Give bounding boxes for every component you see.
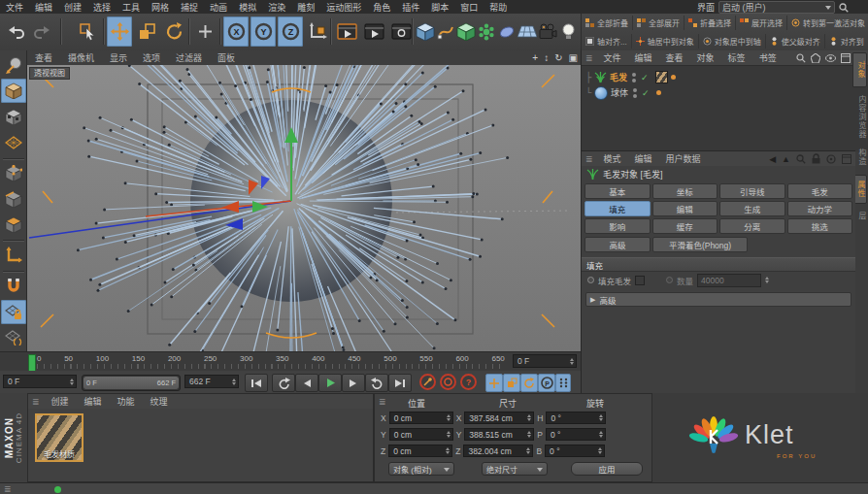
add-environment-button[interactable] xyxy=(517,16,537,47)
menu-mograph[interactable]: 运动图形 xyxy=(320,1,367,14)
menu-sculpt[interactable]: 雕刻 xyxy=(291,1,320,14)
menu-simulate[interactable]: 模拟 xyxy=(233,1,262,14)
key-pla-button[interactable] xyxy=(555,374,571,392)
edges-mode-button[interactable] xyxy=(1,186,26,212)
am-menu-userdata[interactable]: 用户数据 xyxy=(659,152,708,165)
pos-x-field[interactable]: 0 cm xyxy=(389,412,453,424)
texture-mode-button[interactable] xyxy=(1,104,26,129)
current-frame-field[interactable]: 0 F xyxy=(3,375,77,388)
menu-character[interactable]: 角色 xyxy=(367,1,396,14)
menu-animate[interactable]: 动画 xyxy=(204,1,233,14)
rotate-view-icon[interactable]: ↻ xyxy=(554,52,562,63)
make-editable-button[interactable] xyxy=(1,52,26,78)
filter-icon[interactable] xyxy=(811,53,820,63)
object-row-hair[interactable]: ├ 毛发 ✓ xyxy=(585,70,676,84)
apply-button[interactable]: 应用 xyxy=(571,462,643,476)
lock-y-axis-button[interactable]: Y xyxy=(250,16,276,47)
fill-section-header[interactable]: 填充 xyxy=(582,257,855,272)
workplane-mode-button[interactable] xyxy=(1,130,26,155)
rot-p-field[interactable]: 0 ° xyxy=(546,428,606,441)
menu-window[interactable]: 窗口 xyxy=(454,1,484,14)
lock-x-axis-button[interactable]: X xyxy=(223,16,249,47)
fill-hairs-checkbox[interactable] xyxy=(635,276,645,285)
key-position-button[interactable] xyxy=(485,374,503,392)
autokey-button[interactable] xyxy=(440,374,456,390)
tab-structure[interactable]: 构造 xyxy=(854,146,867,169)
ruler-frame-field[interactable]: 0 F xyxy=(513,354,577,368)
search-icon[interactable] xyxy=(796,53,806,63)
live-selection-tool[interactable] xyxy=(76,16,101,47)
unfold-all-button[interactable]: 全部展开 xyxy=(633,16,684,30)
menu-render[interactable]: 渲染 xyxy=(262,1,291,14)
timeline-ruler[interactable]: 0 50 100 150 200 250 300 350 400 450 500… xyxy=(0,351,581,373)
redo-button[interactable] xyxy=(29,16,54,47)
lock-workplane-button[interactable] xyxy=(1,300,26,325)
tab-dynamics[interactable]: 动力学 xyxy=(787,201,853,216)
view-label[interactable]: 透视视图 xyxy=(29,67,70,80)
end-frame-field[interactable]: 662 F xyxy=(184,375,239,388)
visibility-dots[interactable] xyxy=(632,73,636,82)
target-icon[interactable] xyxy=(826,154,836,164)
tab-cache[interactable]: 缓存 xyxy=(652,218,718,234)
menu-snap[interactable]: 捕捉 xyxy=(175,1,204,14)
add-deformer-button[interactable] xyxy=(497,16,517,47)
viewport[interactable]: 查看 摄像机 显示 选项 过滤器 面板 + ↕ ↻ ▣ 透视视图 xyxy=(27,50,581,351)
coordinate-system-button[interactable] xyxy=(305,16,330,47)
add-camera-button[interactable] xyxy=(538,16,557,47)
align-parent-button[interactable]: 使父级对齐 xyxy=(766,34,825,49)
menu-help[interactable]: 帮助 xyxy=(484,1,513,14)
count-field[interactable]: 40000 xyxy=(697,274,761,287)
material-tag[interactable] xyxy=(655,71,668,83)
enabled-check-icon[interactable]: ✓ xyxy=(641,73,649,82)
vp-menu-filter[interactable]: 过滤器 xyxy=(168,51,210,64)
vp-menu-panel[interactable]: 面板 xyxy=(210,51,243,64)
om-menu-object[interactable]: 对象 xyxy=(690,51,721,64)
pos-z-field[interactable]: 0 cm xyxy=(388,445,452,457)
add-light-button[interactable] xyxy=(558,16,578,47)
render-region-button[interactable] xyxy=(361,16,386,47)
model-mode-button[interactable] xyxy=(1,79,26,104)
interface-dropdown[interactable]: 启动 (用户) xyxy=(718,1,835,14)
dock-icon[interactable] xyxy=(841,53,851,63)
tab-partings[interactable]: 分离 xyxy=(719,218,785,234)
om-menu-view[interactable]: 查看 xyxy=(659,51,690,64)
add-primitive-cube-button[interactable] xyxy=(416,16,435,47)
menu-tools[interactable]: 工具 xyxy=(117,1,146,14)
keyframe-selection-button[interactable]: ? xyxy=(460,374,477,390)
previous-frame-button[interactable] xyxy=(295,374,318,392)
history-back-icon[interactable]: ◀ xyxy=(769,154,776,164)
rot-b-field[interactable]: 0 ° xyxy=(545,445,605,457)
record-keyframe-button[interactable] xyxy=(419,374,436,390)
goto-first-active-button[interactable]: 转到第一激活对象 xyxy=(787,16,868,30)
vp-menu-view[interactable]: 查看 xyxy=(27,51,60,64)
vp-menu-camera[interactable]: 摄像机 xyxy=(60,51,102,64)
rot-h-field[interactable]: 0 ° xyxy=(546,412,606,424)
panel-grid-icon[interactable]: ≣ xyxy=(28,397,44,407)
tab-coordinates[interactable]: 坐标 xyxy=(652,183,718,199)
vp-menu-options[interactable]: 选项 xyxy=(135,51,168,64)
dock-icon[interactable] xyxy=(842,154,851,164)
move-tool[interactable] xyxy=(107,16,132,47)
search-icon[interactable] xyxy=(839,3,849,13)
visibility-dots[interactable] xyxy=(633,88,637,98)
tab-objects[interactable]: 对象 xyxy=(852,52,867,87)
am-menu-mode[interactable]: 模式 xyxy=(597,152,628,165)
tab-editor[interactable]: 编辑 xyxy=(652,201,718,216)
history-up-icon[interactable]: ▲ xyxy=(782,154,790,164)
points-mode-button[interactable] xyxy=(1,161,26,186)
pos-y-field[interactable]: 0 cm xyxy=(389,428,453,441)
size-z-field[interactable]: 382.004 cm xyxy=(463,445,533,457)
axis-align-button[interactable]: 轴对齐... xyxy=(582,34,632,49)
playhead-marker[interactable] xyxy=(28,354,36,372)
menu-script[interactable]: 脚本 xyxy=(425,1,454,14)
add-spline-button[interactable] xyxy=(436,16,455,47)
enabled-check-icon[interactable]: ✓ xyxy=(642,88,650,98)
om-menu-bookmark[interactable]: 书签 xyxy=(752,51,784,64)
tab-layers[interactable]: 层 xyxy=(854,208,867,223)
search-icon[interactable] xyxy=(796,154,806,164)
goto-end-button[interactable] xyxy=(388,374,412,392)
maximize-view-icon[interactable]: ▣ xyxy=(569,52,578,63)
tab-guides[interactable]: 引导线 xyxy=(719,183,785,199)
tab-hairs[interactable]: 毛发 xyxy=(787,183,853,199)
play-reverse-loop-button[interactable] xyxy=(272,374,295,392)
